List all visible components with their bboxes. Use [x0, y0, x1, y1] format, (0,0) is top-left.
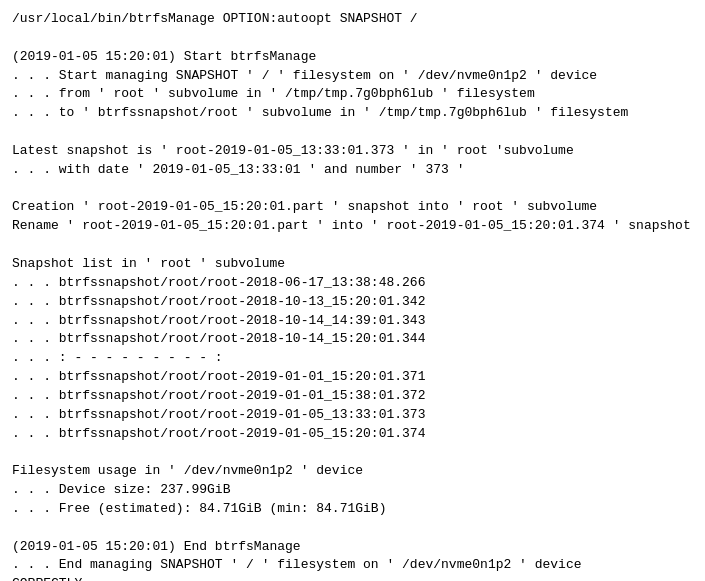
terminal-output: /usr/local/bin/btrfsManage OPTION:autoop…: [12, 10, 693, 581]
